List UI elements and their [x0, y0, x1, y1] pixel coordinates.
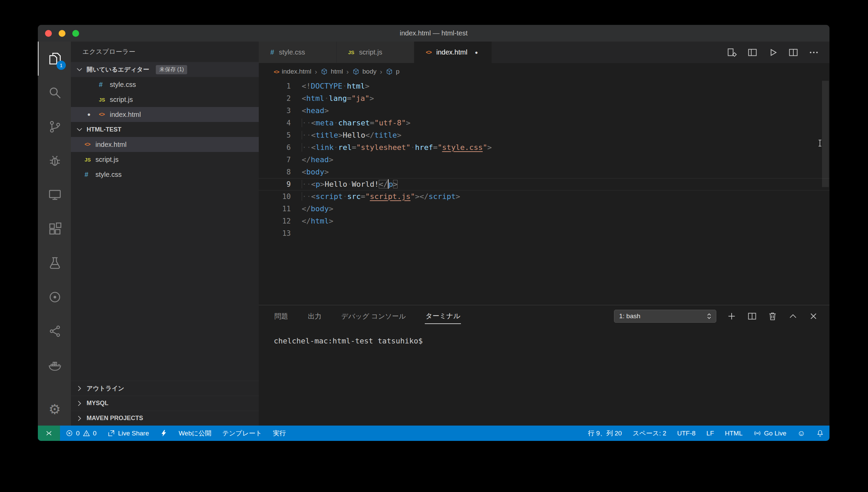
file-item-stylecss[interactable]: # style.css	[71, 167, 259, 182]
panel-tab-output[interactable]: 出力	[307, 309, 322, 324]
open-editors-header[interactable]: 開いているエディター 未保存 (1)	[71, 62, 259, 77]
activity-remote-explorer[interactable]	[38, 178, 71, 212]
language-mode-status[interactable]: HTML	[719, 426, 748, 441]
more-actions-icon[interactable]	[808, 47, 819, 58]
code-token: script	[316, 192, 343, 201]
live-share-status[interactable]: Live Share	[102, 426, 154, 441]
sidebar-section-mysql[interactable]: MYSQL	[71, 396, 259, 411]
panel-tab-terminal[interactable]: ターミナル	[425, 309, 461, 324]
code-line[interactable]: 8<body>	[259, 166, 829, 178]
notifications-status[interactable]	[811, 426, 829, 441]
activity-share[interactable]	[38, 314, 71, 348]
activity-run-target[interactable]	[38, 280, 71, 314]
activity-settings[interactable]: ⚙	[38, 393, 71, 426]
code-token: >	[320, 180, 325, 188]
open-editor-item-scriptjs[interactable]: JS script.js	[71, 92, 259, 107]
maximize-panel-icon[interactable]	[788, 311, 798, 321]
minimize-window-button[interactable]	[59, 30, 65, 37]
breadcrumb-item-file[interactable]: <> index.html	[274, 68, 311, 75]
activity-source-control[interactable]	[38, 110, 71, 144]
activity-explorer[interactable]: 1	[38, 42, 71, 76]
panel-tab-debug-console[interactable]: デバッグ コンソール	[341, 309, 406, 324]
code-line[interactable]: 4··<meta·charset="utf-8">	[259, 117, 829, 129]
breadcrumb-item-html[interactable]: html	[320, 68, 343, 75]
editor-scrollbar[interactable]	[821, 80, 829, 305]
feedback-status[interactable]: ☺	[792, 426, 811, 441]
code-token: "	[437, 143, 442, 152]
tab-indexhtml[interactable]: <> index.html ●	[414, 42, 492, 63]
code-token: src	[347, 192, 361, 201]
eol-status[interactable]: LF	[701, 426, 719, 441]
terminal-output[interactable]: chelchel-mac:html-test tatsuhiko$	[259, 327, 829, 345]
breadcrumb-item-body[interactable]: body	[352, 68, 376, 75]
remote-indicator[interactable]	[38, 426, 60, 441]
code-line[interactable]: 7</head>	[259, 154, 829, 166]
breadcrumb-separator: ›	[346, 67, 349, 76]
code-line[interactable]: 10··<script·src="script.js"></script>	[259, 190, 829, 203]
line-number: 6	[259, 141, 302, 154]
indentation-status[interactable]: スペース: 2	[627, 426, 672, 441]
sidebar-section-outline[interactable]: アウトライン	[71, 381, 259, 396]
tab-scriptjs[interactable]: JS script.js	[336, 42, 414, 63]
open-editor-item-indexhtml[interactable]: ● <> index.html	[71, 107, 259, 122]
titlebar[interactable]: index.html — html-test	[38, 25, 829, 42]
code-line[interactable]: 2<html·lang="ja">	[259, 92, 829, 105]
template-label: テンプレート	[222, 429, 262, 438]
code-token: html	[306, 94, 324, 103]
sidebar-section-maven[interactable]: MAVEN PROJECTS	[71, 411, 259, 426]
code-line[interactable]: 11</body>	[259, 203, 829, 215]
kill-terminal-icon[interactable]	[767, 311, 778, 321]
encoding-status[interactable]: UTF-8	[672, 426, 701, 441]
code-token: </	[302, 217, 311, 225]
code-token: ></	[415, 192, 429, 201]
zoom-window-button[interactable]	[72, 30, 79, 37]
breadcrumb-item-p[interactable]: p	[386, 68, 400, 75]
dirty-dot-icon[interactable]: ●	[475, 49, 478, 55]
run-status[interactable]: 実行	[267, 426, 291, 441]
scrollbar-thumb[interactable]	[822, 81, 829, 187]
code-line[interactable]: 1<!DOCTYPE·html>	[259, 80, 829, 92]
close-panel-icon[interactable]	[808, 311, 819, 321]
preview-icon[interactable]	[727, 47, 737, 58]
go-live-status[interactable]: Go Live	[748, 426, 792, 441]
new-terminal-icon[interactable]	[727, 311, 737, 321]
run-icon[interactable]	[767, 47, 778, 58]
code-line[interactable]: 12</html>	[259, 215, 829, 227]
layout-icon[interactable]	[747, 47, 758, 58]
sidebar-title: エクスプローラー	[71, 42, 259, 62]
code-token: >	[324, 168, 329, 176]
panel-tab-problems[interactable]: 問題	[274, 309, 289, 324]
terminal-shell-select[interactable]: 1: bash	[614, 310, 716, 323]
split-editor-icon[interactable]	[788, 47, 799, 58]
code-text: <body>	[302, 166, 329, 178]
code-line[interactable]: 3<head>	[259, 105, 829, 117]
close-window-button[interactable]	[45, 30, 52, 37]
code-line[interactable]: 9··<p>Hello·World!</p>	[259, 178, 829, 190]
activity-extensions[interactable]	[38, 212, 71, 246]
code-line[interactable]: 5··<title>Hello</title>	[259, 129, 829, 141]
activity-search[interactable]	[38, 76, 71, 110]
code-token: <	[311, 131, 316, 139]
folder-header[interactable]: HTML-TEST	[71, 122, 259, 137]
activity-testing[interactable]	[38, 246, 71, 280]
error-icon	[65, 429, 73, 437]
problems-status[interactable]: 0 0	[60, 426, 102, 441]
code-line[interactable]: 13	[259, 227, 829, 240]
template-status[interactable]: テンプレート	[217, 426, 267, 441]
chevron-right-icon	[76, 400, 83, 407]
chevron-right-icon	[76, 385, 83, 392]
cursor-position-status[interactable]: 行 9、列 20	[583, 426, 627, 441]
publish-web-status[interactable]: Webに公開	[173, 426, 217, 441]
code-editor[interactable]: 1<!DOCTYPE·html>2<html·lang="ja">3<head>…	[259, 80, 829, 305]
lightning-status[interactable]	[154, 426, 173, 441]
open-editor-item-stylecss[interactable]: # style.css	[71, 77, 259, 92]
breadcrumb-label: p	[396, 68, 400, 75]
file-item-scriptjs[interactable]: JS script.js	[71, 152, 259, 167]
file-item-indexhtml[interactable]: <> index.html	[71, 137, 259, 152]
activity-debug[interactable]	[38, 144, 71, 178]
code-token: html	[311, 217, 329, 225]
activity-docker[interactable]	[38, 348, 71, 382]
split-terminal-icon[interactable]	[747, 311, 757, 321]
code-line[interactable]: 6··<link·rel="stylesheet"·href="style.cs…	[259, 141, 829, 154]
tab-stylecss[interactable]: # style.css	[259, 42, 336, 63]
